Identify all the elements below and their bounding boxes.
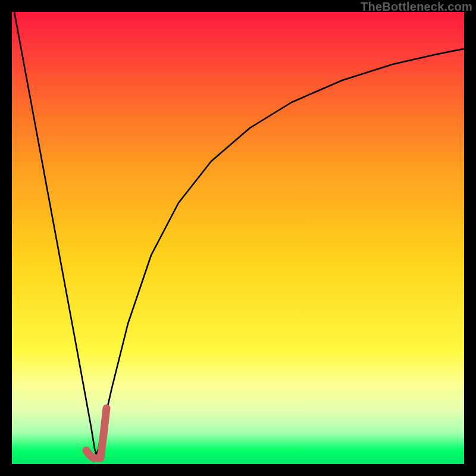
chart-svg <box>12 12 464 464</box>
chart-frame: TheBottleneck.com <box>0 0 476 476</box>
watermark-text: TheBottleneck.com <box>361 0 472 14</box>
bottleneck-curve <box>14 12 464 455</box>
